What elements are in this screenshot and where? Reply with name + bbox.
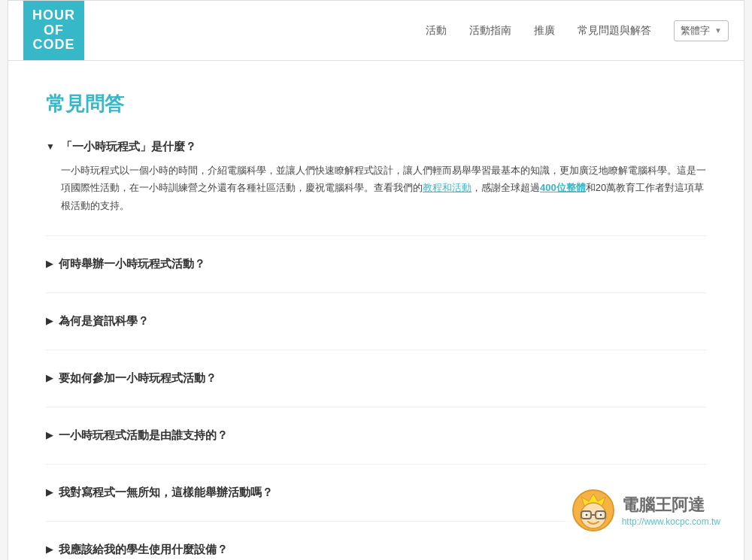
nav-links: 活動 活動指南 推廣 常見問題與解答 繁體字 ▼ [426,20,729,41]
faq-question-5[interactable]: ▶ 一小時玩程式活動是由誰支持的？ [46,428,706,443]
faq-answer-1: 一小時玩程式以一個小時的時間，介紹電腦科學，並讓人們快速瞭解程式設計，讓人們輕而… [46,162,706,214]
faq-item-6: ▶ 我對寫程式一無所知，這樣能舉辦活動嗎？ [46,486,706,500]
expand-arrow-icon-4: ▶ [46,373,53,383]
main-content: 常見問答 ▼ 「一小時玩程式」是什麼？ 一小時玩程式以一個小時的時間，介紹電腦科… [8,61,744,560]
nav-faq[interactable]: 常見問題與解答 [578,24,651,38]
faq-question-7[interactable]: ▶ 我應該給我的學生使用什麼設備？ [46,543,706,557]
faq-question-label-3: 為何是資訊科學？ [59,314,149,328]
expand-arrow-icon: ▼ [46,141,55,152]
divider-6 [46,521,706,522]
page-title: 常見問答 [46,91,706,117]
faq-question-label-7: 我應該給我的學生使用什麼設備？ [59,543,228,557]
expand-arrow-icon-5: ▶ [46,430,53,440]
chevron-down-icon: ▼ [714,26,722,35]
tutorial-link[interactable]: 教程和活動 [423,182,472,193]
expand-arrow-icon-6: ▶ [46,487,53,498]
expand-arrow-icon-2: ▶ [46,259,53,269]
logo[interactable]: HOUR OF CODE [23,1,84,60]
faq-question-label-2: 何時舉辦一小時玩程式活動？ [59,257,205,271]
divider-1 [46,235,706,236]
faq-item-1: ▼ 「一小時玩程式」是什麼？ 一小時玩程式以一個小時的時間，介紹電腦科學，並讓人… [46,140,706,214]
nav-promote[interactable]: 推廣 [534,24,555,38]
faq-item-2: ▶ 何時舉辦一小時玩程式活動？ [46,257,706,271]
divider-5 [46,464,706,465]
navbar: HOUR OF CODE 活動 活動指南 推廣 常見問題與解答 繁體字 ▼ [8,1,744,61]
faq-question-1[interactable]: ▼ 「一小時玩程式」是什麼？ [46,140,706,154]
expand-arrow-icon-7: ▶ [46,544,53,555]
faq-item-4: ▶ 要如何參加一小時玩程式活動？ [46,371,706,386]
divider-2 [46,292,706,293]
faq-question-label-5: 一小時玩程式活動是由誰支持的？ [59,428,228,443]
divider-4 [46,407,706,407]
expand-arrow-icon-3: ▶ [46,316,53,326]
page-wrapper: HOUR OF CODE 活動 活動指南 推廣 常見問題與解答 繁體字 ▼ 常見… [8,0,744,560]
faq-question-label-4: 要如何參加一小時玩程式活動？ [59,371,217,386]
faq-question-2[interactable]: ▶ 何時舉辦一小時玩程式活動？ [46,257,706,271]
faq-item-5: ▶ 一小時玩程式活動是由誰支持的？ [46,428,706,443]
divider-3 [46,350,706,350]
faq-question-4[interactable]: ▶ 要如何參加一小時玩程式活動？ [46,371,706,386]
lang-label: 繁體字 [681,24,710,38]
nav-activities[interactable]: 活動 [426,24,447,38]
faq-question-3[interactable]: ▶ 為何是資訊科學？ [46,314,706,328]
nav-guide[interactable]: 活動指南 [469,24,511,38]
faq-item-3: ▶ 為何是資訊科學？ [46,314,706,328]
language-selector[interactable]: 繁體字 ▼ [674,20,729,41]
faq-question-6[interactable]: ▶ 我對寫程式一無所知，這樣能舉辦活動嗎？ [46,486,706,500]
faq-question-label-1: 「一小時玩程式」是什麼？ [61,140,196,154]
partners-link[interactable]: 400位整體 [540,182,586,193]
faq-question-label-6: 我對寫程式一無所知，這樣能舉辦活動嗎？ [59,486,273,500]
faq-item-7: ▶ 我應該給我的學生使用什麼設備？ [46,543,706,557]
